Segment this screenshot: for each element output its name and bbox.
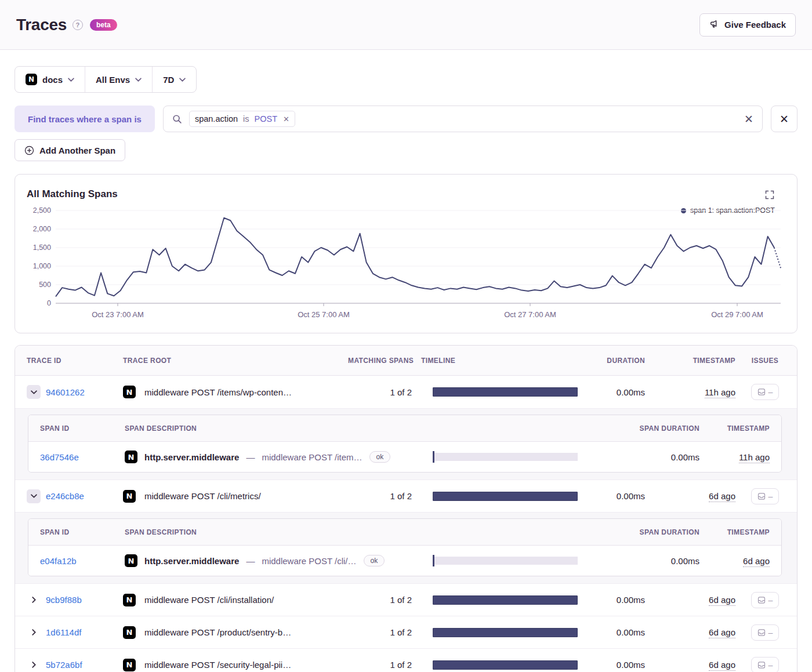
trace-timestamp: 6d ago — [709, 491, 735, 502]
svg-text:1,500: 1,500 — [33, 244, 51, 252]
nextjs-logo-icon: N — [123, 490, 136, 503]
issues-icon — [757, 629, 766, 637]
nextjs-logo-icon: N — [123, 659, 136, 671]
header-timeline: TIMELINE — [421, 357, 578, 365]
trace-row: 9cb9f88b N middleware POST /cli/installa… — [15, 583, 797, 616]
issues-button[interactable]: – — [751, 592, 779, 608]
issues-button[interactable]: – — [751, 657, 779, 672]
help-icon[interactable]: ? — [72, 20, 83, 30]
issues-icon — [757, 492, 766, 500]
trace-timestamp: 11h ago — [705, 387, 735, 398]
matching-spans-count: 1 of 2 — [348, 491, 412, 501]
all-matching-spans-chart-panel: All Matching Spans span 1: span.action:P… — [14, 174, 798, 333]
trace-root-text: middleware POST /product/sentry-b… — [144, 627, 291, 637]
svg-text:Oct 25 7:00 AM: Oct 25 7:00 AM — [298, 310, 350, 319]
trace-id-link[interactable]: 9cb9f88b — [46, 595, 82, 605]
date-range-filter-label: 7D — [163, 75, 174, 85]
date-range-filter[interactable]: 7D — [152, 67, 196, 92]
svg-text:0: 0 — [47, 299, 51, 307]
trace-timestamp: 6d ago — [709, 660, 735, 671]
nextjs-logo-icon: N — [123, 626, 136, 639]
span-position-marker — [433, 555, 434, 566]
chevron-down-icon — [68, 78, 74, 82]
trace-id-link[interactable]: e246cb8e — [46, 491, 84, 501]
nextjs-logo-icon: N — [125, 554, 137, 567]
trace-id-link[interactable]: 94601262 — [46, 387, 85, 397]
nextjs-logo-icon: N — [123, 386, 136, 398]
header-span-id: SPAN ID — [40, 424, 115, 433]
trace-id-link[interactable]: 5b72a6bf — [46, 660, 82, 670]
issues-count: – — [768, 596, 773, 604]
clear-search-icon[interactable]: ✕ — [744, 114, 753, 125]
header-span-timestamp: TIMESTAMP — [709, 528, 770, 536]
nextjs-logo-icon: N — [125, 451, 137, 463]
trace-root-text: middleware POST /security-legal-pii… — [144, 660, 291, 670]
issues-icon — [757, 596, 766, 604]
span-status-badge: ok — [364, 555, 385, 566]
header-timestamp: TIMESTAMP — [654, 357, 735, 365]
nextjs-logo-icon: N — [123, 594, 136, 606]
header-span-duration: SPAN DURATION — [587, 528, 699, 536]
chevron-down-icon — [135, 78, 142, 82]
header-issues: ISSUES — [745, 357, 785, 365]
trace-timeline-bar — [433, 628, 578, 637]
span-id-link[interactable]: e04fa12b — [40, 556, 77, 566]
matching-spans-count: 1 of 2 — [348, 387, 412, 397]
expand-chevron[interactable] — [27, 658, 41, 672]
remove-token-icon[interactable]: ✕ — [283, 115, 289, 123]
expand-chevron[interactable] — [27, 626, 41, 640]
add-another-span-button[interactable]: Add Another Span — [14, 139, 125, 161]
trace-timeline-bar — [433, 595, 578, 605]
separator-dash: — — [246, 452, 255, 462]
give-feedback-button[interactable]: Give Feedback — [699, 13, 796, 37]
expand-chevron[interactable] — [27, 593, 41, 607]
trace-row: e246cb8e N middleware POST /cli/metrics/… — [15, 480, 797, 512]
trace-id-link[interactable]: 1d6114df — [46, 627, 81, 637]
add-circle-icon — [24, 146, 34, 155]
trace-root-text: middleware POST /items/wp-conten… — [144, 387, 292, 397]
add-another-span-label: Add Another Span — [39, 146, 115, 155]
project-filter[interactable]: N docs — [15, 67, 85, 92]
header-span-description: SPAN DESCRIPTION — [125, 424, 423, 433]
span-table-header: SPAN ID SPAN DESCRIPTION SPAN DURATION T… — [28, 519, 781, 546]
megaphone-icon — [709, 19, 719, 31]
span-id-link[interactable]: 36d7546e — [40, 452, 79, 462]
issues-count: – — [768, 629, 773, 637]
give-feedback-label: Give Feedback — [724, 20, 786, 30]
svg-text:Oct 27 7:00 AM: Oct 27 7:00 AM — [504, 310, 556, 319]
header-span-duration: SPAN DURATION — [587, 424, 699, 433]
issues-button[interactable]: – — [751, 488, 779, 504]
expand-chevron[interactable] — [27, 489, 41, 503]
trace-duration: 0.00ms — [587, 595, 645, 605]
remove-span-filter-button[interactable]: ✕ — [771, 106, 798, 132]
header-duration: DURATION — [587, 357, 645, 365]
search-filter-token[interactable]: span.action is POST ✕ — [189, 111, 295, 127]
trace-timeline-bar — [433, 387, 578, 397]
trace-timeline-bar — [433, 660, 578, 670]
trace-duration: 0.00ms — [587, 387, 645, 397]
expanded-span-section: SPAN ID SPAN DESCRIPTION SPAN DURATION T… — [15, 408, 797, 480]
chevron-down-icon — [179, 78, 186, 82]
nextjs-logo-icon: N — [26, 74, 37, 85]
span-description-text: middleware POST /item… — [262, 452, 362, 462]
span-row: e04fa12b N http.server.middleware — midd… — [28, 546, 781, 576]
span-search-input[interactable]: span.action is POST ✕ ✕ — [163, 106, 763, 132]
issues-button[interactable]: – — [751, 384, 779, 400]
search-icon — [172, 114, 182, 124]
environment-filter[interactable]: All Envs — [85, 67, 152, 92]
span-status-badge: ok — [369, 451, 391, 463]
expand-chevron[interactable] — [27, 385, 41, 399]
header-span-id: SPAN ID — [40, 528, 115, 536]
svg-text:1,000: 1,000 — [33, 262, 51, 270]
header-span-timestamp: TIMESTAMP — [709, 424, 770, 433]
issues-button[interactable]: – — [751, 624, 779, 641]
span-timeline-track — [433, 453, 578, 461]
token-key: span.action — [195, 114, 238, 123]
expanded-span-section: SPAN ID SPAN DESCRIPTION SPAN DURATION T… — [15, 512, 797, 583]
svg-text:2,000: 2,000 — [33, 225, 51, 233]
separator-dash: — — [246, 556, 255, 566]
span-operation: http.server.middleware — [144, 556, 239, 566]
page-title: Traces — [16, 16, 67, 34]
trace-row: 94601262 N middleware POST /items/wp-con… — [15, 376, 797, 408]
span-timeline-track — [433, 557, 578, 565]
